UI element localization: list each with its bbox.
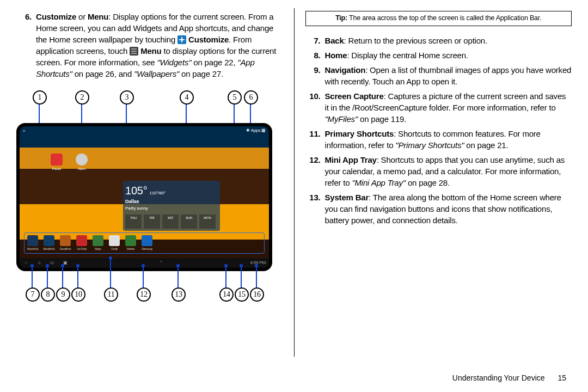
list-number: 6. (16, 11, 36, 79)
tablet-screen: ⌕ ✚ Apps ▦ Places Alarm 105° 110°/80° Da… (20, 126, 269, 268)
tip-box: Tip: The area across the top of the scre… (305, 11, 572, 26)
callout: 12 (137, 287, 151, 302)
home-icon: Places (50, 154, 64, 171)
callout: 3 (120, 90, 134, 105)
callout: 14 (219, 287, 234, 302)
callout: 8 (41, 287, 55, 302)
item-6: 6. Customize or Menu: Display options fo… (16, 11, 283, 79)
callout: 4 (180, 90, 194, 105)
callouts-top: 1 2 3 4 5 6 (16, 90, 272, 107)
clock: 4:59 PM (250, 260, 269, 266)
callout: 10 (71, 287, 85, 302)
callout: 2 (75, 90, 89, 105)
tray-up-icon: ˄ (155, 260, 168, 266)
item-7: 7. Back: Return to the previous screen o… (305, 35, 572, 46)
item-13: 13. System Bar: The area along the botto… (305, 192, 572, 226)
home-nav-icon: ⌂ (33, 260, 46, 266)
chapter-title: Understanding Your Device (452, 373, 545, 382)
callout: 5 (228, 90, 242, 105)
primary-shortcuts-dock: MusicHub MediaHub SocialHub YouTube Maps… (24, 232, 265, 254)
callout: 15 (235, 287, 249, 302)
menu-icon (130, 47, 138, 56)
item-8: 8. Home: Display the central Home screen… (305, 50, 572, 61)
apps-label: ✚ Apps ▦ (246, 127, 266, 133)
tablet-frame: ⌕ ✚ Apps ▦ Places Alarm 105° 110°/80° Da… (16, 123, 272, 271)
customize-icon (177, 35, 186, 44)
item-12: 12. Mini App Tray: Shortcuts to apps tha… (305, 154, 572, 188)
search-icon: ⌕ (23, 127, 26, 133)
item-9: 9. Navigation: Open a list of thumbnail … (305, 64, 572, 87)
callout: 1 (33, 90, 47, 105)
home-icon: Alarm (75, 154, 89, 171)
page-footer: Understanding Your Device 15 (452, 373, 566, 382)
callouts-bottom: 7 8 9 10 11 12 13 14 15 16 (16, 287, 272, 304)
callout: 9 (56, 287, 70, 302)
weather-widget: 105° 110°/80° Dallas Partly sunny THU FR… (123, 181, 220, 231)
callout: 13 (171, 287, 186, 302)
callout: 6 (244, 90, 258, 105)
callout: 11 (104, 287, 118, 302)
home-screen-figure: 1 2 3 4 5 6 ⌕ ✚ Apps ▦ (16, 90, 272, 304)
application-bar: ⌕ ✚ Apps ▦ (20, 126, 269, 135)
page-number: 15 (558, 373, 566, 382)
item-11: 11. Primary Shortcuts: Shortcuts to comm… (305, 128, 572, 151)
callout: 16 (250, 287, 264, 302)
callout: 7 (26, 287, 40, 302)
item-10: 10. Screen Capture: Captures a picture o… (305, 90, 572, 125)
